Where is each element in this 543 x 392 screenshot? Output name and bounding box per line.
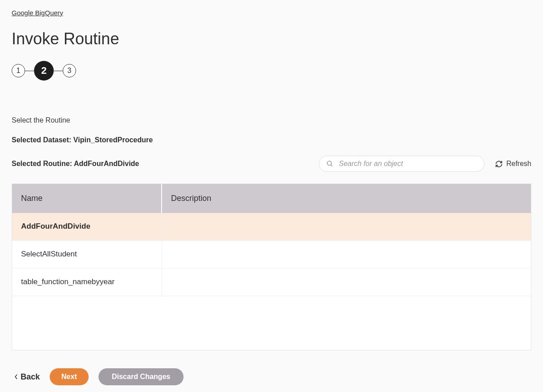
refresh-button[interactable]: Refresh bbox=[495, 160, 531, 168]
column-header-name[interactable]: Name bbox=[12, 184, 162, 213]
table-row[interactable]: AddFourAndDivide bbox=[12, 213, 531, 241]
step-3[interactable]: 3 bbox=[63, 64, 76, 77]
cell-description bbox=[162, 268, 531, 296]
next-button[interactable]: Next bbox=[50, 368, 89, 385]
section-label: Select the Routine bbox=[12, 116, 531, 124]
stepper: 1 2 3 bbox=[12, 61, 531, 81]
search-icon bbox=[326, 160, 333, 167]
step-1[interactable]: 1 bbox=[12, 64, 25, 77]
breadcrumb-link[interactable]: Google BigQuery bbox=[12, 9, 63, 17]
search-input[interactable] bbox=[339, 160, 477, 168]
selected-dataset-label: Selected Dataset: Vipin_StoredProcedure bbox=[12, 136, 531, 144]
page-title: Invoke Routine bbox=[12, 30, 531, 48]
cell-name: SelectAllStudent bbox=[12, 241, 162, 268]
back-button[interactable]: Back bbox=[14, 372, 40, 382]
refresh-label: Refresh bbox=[506, 160, 531, 168]
selected-routine-label: Selected Routine: AddFourAndDivide bbox=[12, 160, 139, 168]
routine-table: Name Description AddFourAndDivide Select… bbox=[12, 183, 531, 350]
table-header: Name Description bbox=[12, 184, 531, 213]
table-row[interactable]: SelectAllStudent bbox=[12, 241, 531, 268]
cell-description bbox=[162, 241, 531, 268]
step-connector bbox=[25, 71, 34, 71]
search-box[interactable] bbox=[319, 156, 484, 172]
table-row[interactable]: table_function_namebyyear bbox=[12, 268, 531, 296]
cell-description bbox=[162, 213, 531, 240]
column-header-description[interactable]: Description bbox=[162, 184, 531, 213]
svg-line-1 bbox=[331, 165, 332, 166]
discard-button[interactable]: Discard Changes bbox=[98, 368, 184, 385]
back-label: Back bbox=[21, 372, 40, 382]
step-2[interactable]: 2 bbox=[34, 61, 54, 81]
cell-name: table_function_namebyyear bbox=[12, 268, 162, 296]
step-connector bbox=[54, 71, 63, 71]
table-empty-area bbox=[12, 296, 531, 350]
refresh-icon bbox=[495, 160, 503, 168]
svg-point-0 bbox=[327, 161, 331, 165]
cell-name: AddFourAndDivide bbox=[12, 213, 162, 240]
footer-actions: Back Next Discard Changes bbox=[12, 368, 531, 385]
chevron-left-icon bbox=[14, 374, 18, 380]
